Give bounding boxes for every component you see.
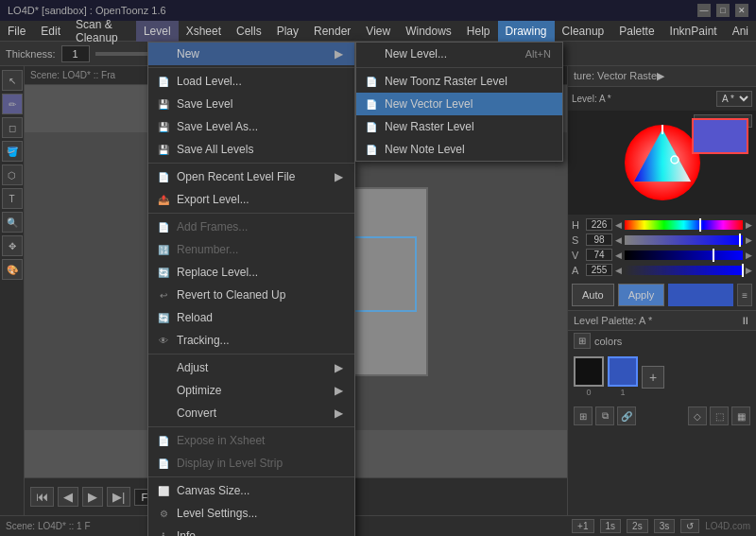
- open-recent-arrow: ▶: [335, 170, 343, 183]
- val-right-arrow[interactable]: ▶: [746, 251, 752, 260]
- menu-level-new[interactable]: New ▶: [148, 43, 354, 65]
- hue-right-arrow[interactable]: ▶: [746, 220, 752, 230]
- menu-inknpaint[interactable]: InknPaint: [662, 21, 725, 42]
- close-button[interactable]: ✕: [735, 4, 748, 17]
- add-color-button[interactable]: +: [642, 366, 664, 389]
- val-input[interactable]: [586, 249, 612, 261]
- sat-input[interactable]: [586, 233, 612, 246]
- palette-view-chips[interactable]: ⊞: [574, 333, 591, 349]
- palette-layout2-btn[interactable]: ▦: [731, 406, 750, 425]
- menu-level-save-all[interactable]: 💾 Save All Levels: [148, 138, 354, 161]
- menu-level-adjust[interactable]: Adjust ▶: [148, 356, 354, 379]
- frame-2s-btn[interactable]: 2s: [627, 519, 648, 533]
- menu-drawing[interactable]: Drawing: [498, 21, 555, 42]
- menu-cleanup[interactable]: Cleanup: [555, 21, 612, 42]
- level-sep-5: [148, 426, 354, 427]
- menu-level-open-recent[interactable]: 📄 Open Recent Level File ▶: [148, 165, 354, 188]
- auto-button[interactable]: Auto: [572, 284, 614, 306]
- maximize-button[interactable]: □: [716, 4, 730, 17]
- apply-button[interactable]: Apply: [618, 284, 665, 306]
- submenu-new-vector[interactable]: 📄 New Vector Level: [356, 93, 562, 115]
- level-dropdown[interactable]: A *: [716, 91, 752, 107]
- raster-label: New Raster Level: [385, 120, 551, 133]
- submenu-new-toonz-raster[interactable]: 📄 New Toonz Raster Level: [356, 70, 562, 93]
- menu-windows[interactable]: Windows: [398, 21, 459, 42]
- tool-color[interactable]: 🎨: [2, 259, 23, 280]
- playback-next[interactable]: ▶|: [107, 487, 130, 507]
- tool-text[interactable]: T: [2, 188, 23, 209]
- menu-level-save-as[interactable]: 💾 Save Level As...: [148, 115, 354, 138]
- frame-fwd-btn[interactable]: 1s: [600, 519, 622, 533]
- menu-level-info[interactable]: ℹ Info...: [148, 525, 354, 536]
- menu-play[interactable]: Play: [269, 21, 306, 42]
- alpha-input[interactable]: [586, 264, 612, 276]
- tracking-label: Tracking...: [177, 334, 343, 347]
- menu-level-canvas-size[interactable]: ⬜ Canvas Size...: [148, 479, 354, 502]
- menu-render[interactable]: Render: [306, 21, 358, 42]
- menu-xsheet[interactable]: Xsheet: [179, 21, 229, 42]
- toonz-raster-label: New Toonz Raster Level: [385, 75, 551, 88]
- hue-track[interactable]: [625, 220, 743, 230]
- frame-3s-btn[interactable]: 3s: [654, 519, 676, 533]
- minimize-button[interactable]: —: [697, 4, 711, 17]
- tool-eraser[interactable]: ◻: [2, 117, 23, 138]
- tool-shape[interactable]: ⬡: [2, 164, 23, 185]
- menu-edit[interactable]: Edit: [33, 21, 68, 42]
- menu-file[interactable]: File: [0, 21, 33, 42]
- menu-level-tracking[interactable]: 👁 Tracking...: [148, 329, 354, 352]
- menu-level[interactable]: Level: [136, 21, 179, 42]
- submenu-new-level[interactable]: New Level... Alt+N: [356, 43, 562, 65]
- menu-level-convert[interactable]: Convert ▶: [148, 402, 354, 424]
- menu-level-reload[interactable]: 🔄 Reload: [148, 306, 354, 329]
- submenu-new-raster[interactable]: 📄 New Raster Level: [356, 115, 562, 138]
- frame-back-btn[interactable]: +1: [572, 519, 593, 533]
- val-track[interactable]: [625, 251, 743, 260]
- tool-draw[interactable]: ✏: [2, 94, 23, 114]
- menu-level-optimize[interactable]: Optimize ▶: [148, 379, 354, 402]
- playback-prev[interactable]: ◀: [58, 487, 78, 507]
- color-sliders: H ◀ ▶ S ◀ ▶ V ◀: [568, 215, 756, 280]
- val-left-arrow[interactable]: ◀: [615, 251, 622, 260]
- menu-level-load[interactable]: 📄 Load Level...: [148, 70, 354, 93]
- tool-zoom[interactable]: 🔍: [2, 212, 23, 233]
- menu-palette[interactable]: Palette: [611, 21, 662, 42]
- replay-btn[interactable]: ↺: [680, 519, 699, 533]
- color-swatch-preview: [668, 284, 733, 306]
- menu-level-replace[interactable]: 🔄 Replace Level...: [148, 261, 354, 284]
- sat-left-arrow[interactable]: ◀: [615, 235, 622, 245]
- menu-scan[interactable]: Scan & Cleanup: [68, 21, 136, 42]
- menu-level-revert[interactable]: ↩ Revert to Cleaned Up: [148, 284, 354, 306]
- color-chip-1[interactable]: [608, 356, 638, 387]
- alpha-left-arrow[interactable]: ◀: [615, 266, 622, 275]
- sat-label: S: [572, 234, 583, 246]
- menu-cells[interactable]: Cells: [229, 21, 269, 42]
- palette-grid-btn[interactable]: ⊞: [574, 406, 593, 425]
- menu-level-export[interactable]: 📤 Export Level...: [148, 188, 354, 211]
- alpha-right-arrow[interactable]: ▶: [746, 266, 752, 275]
- sat-right-arrow[interactable]: ▶: [746, 235, 752, 245]
- hue-left-arrow[interactable]: ◀: [615, 220, 622, 230]
- tool-move[interactable]: ✥: [2, 235, 23, 256]
- swatch-menu-button[interactable]: ≡: [737, 284, 752, 306]
- palette-link-btn[interactable]: 🔗: [617, 406, 636, 425]
- palette-diamond-btn[interactable]: ◇: [688, 406, 707, 425]
- tool-select[interactable]: ↖: [2, 70, 23, 91]
- playback-play[interactable]: ▶: [82, 487, 103, 507]
- palette-copy-btn[interactable]: ⧉: [595, 406, 614, 425]
- hue-input[interactable]: [586, 218, 612, 231]
- thickness-input[interactable]: [61, 45, 90, 62]
- sat-track[interactable]: [625, 235, 743, 245]
- playback-start[interactable]: ⏮: [30, 487, 54, 507]
- tool-fill[interactable]: 🪣: [2, 141, 23, 162]
- menu-help[interactable]: Help: [459, 21, 498, 42]
- menu-level-settings[interactable]: ⚙ Level Settings...: [148, 502, 354, 525]
- hue-label: H: [572, 219, 583, 231]
- submenu-new-note[interactable]: 📄 New Note Level: [356, 138, 562, 161]
- palette-pause[interactable]: ⏸: [740, 315, 750, 326]
- palette-layout-btn[interactable]: ⬚: [710, 406, 729, 425]
- menu-view[interactable]: View: [358, 21, 398, 42]
- alpha-track[interactable]: [625, 266, 743, 275]
- menu-ani[interactable]: Ani: [725, 21, 756, 42]
- color-chip-0[interactable]: [574, 356, 604, 387]
- menu-level-save[interactable]: 💾 Save Level: [148, 93, 354, 115]
